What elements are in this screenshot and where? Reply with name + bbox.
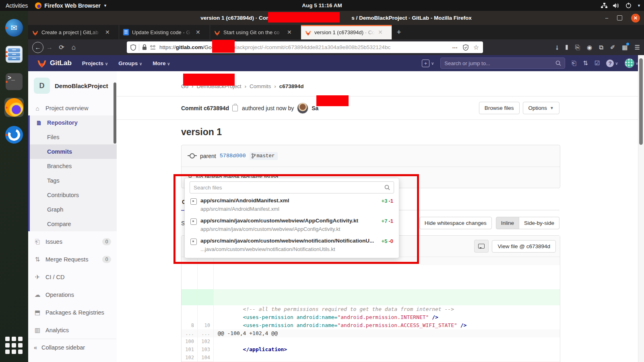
browser-tab[interactable]: Create a project | GitLab✕ <box>28 25 119 39</box>
gitlab-logo[interactable]: GitLab <box>37 59 72 68</box>
new-tab-button[interactable]: + <box>392 25 406 39</box>
diff-line[interactable]: 102104 <box>182 354 560 362</box>
copy-icon[interactable] <box>232 105 238 111</box>
restore-button[interactable] <box>617 15 622 21</box>
minimize-button[interactable]: – <box>605 15 608 21</box>
home-button[interactable]: ⌂ <box>68 43 80 51</box>
issues-nav-icon[interactable]: ⎗ <box>572 60 576 67</box>
diff-line[interactable]: <uses-permission android:name="android.p… <box>182 313 560 321</box>
dock-files[interactable] <box>4 45 24 64</box>
diff-line[interactable]: 810 <uses-permission android:name="andro… <box>182 321 560 329</box>
project-header[interactable]: D DemoBlackProject <box>28 71 117 101</box>
sidebar-item-repository[interactable]: 🗎 Repository <box>30 115 117 130</box>
browse-files-button[interactable]: Browse files <box>479 102 520 114</box>
old-line-number <box>182 313 198 321</box>
dock-mattermost[interactable] <box>4 125 24 144</box>
author-avatar[interactable] <box>297 103 308 114</box>
inline-view-button[interactable]: Inline <box>496 217 519 229</box>
show-apps-icon[interactable] <box>5 337 23 354</box>
sidebar-toggle-icon[interactable]: ⎘ <box>575 44 580 51</box>
sidebar-item-graph[interactable]: Graph <box>30 202 117 217</box>
branch-badge[interactable]: master <box>250 152 278 160</box>
close-button[interactable]: ✕ <box>631 14 640 23</box>
clock[interactable]: Aug 5 11:16 AM <box>0 2 644 8</box>
sidebar-item-files[interactable]: Files <box>30 130 117 144</box>
back-button[interactable]: ← <box>32 42 43 53</box>
sidebar-item-merge-requests[interactable]: ⇅Merge Requests0 <box>28 252 117 267</box>
dock-firefox[interactable] <box>4 98 24 117</box>
dock-thunderbird[interactable]: ✉ <box>4 18 24 37</box>
account-icon[interactable]: ◉ <box>587 44 592 51</box>
diff-line[interactable]: ......@@ -100,4 +102,4 @@ <box>182 329 560 337</box>
diff-line[interactable] <box>182 273 560 281</box>
sidebar-item-operations[interactable]: ☁Operations <box>28 288 117 302</box>
toggle-comments-button[interactable] <box>474 240 489 253</box>
extensions-icon[interactable]: ▦ <box>622 44 627 51</box>
diff-line-code <box>214 281 560 289</box>
browser-tab[interactable]: Update Existing code - G✕ <box>119 25 210 39</box>
sidebar-item-analytics[interactable]: ▥Analytics <box>28 323 117 337</box>
diff-line[interactable] <box>182 289 560 297</box>
diff-line[interactable] <box>182 265 560 273</box>
diff-line[interactable] <box>182 281 560 289</box>
url-bar[interactable]: https://gitlab.com/Goce/demoblackproject… <box>127 41 483 53</box>
old-line-number: 100 <box>182 337 198 346</box>
download-icon[interactable]: ⭣ <box>556 44 559 51</box>
side-by-side-button[interactable]: Side-by-side <box>519 217 559 229</box>
sidebar-item-tags[interactable]: Tags <box>30 173 117 188</box>
dock-terminal[interactable]: >_ <box>4 72 24 91</box>
network-icon[interactable] <box>601 3 607 8</box>
help-menu[interactable]: ?∨ <box>606 60 618 67</box>
page-scrollbar[interactable] <box>638 55 644 362</box>
sidebar-item-branches[interactable]: Branches <box>30 159 117 173</box>
parent-sha-link[interactable]: 5788d000 <box>220 153 246 159</box>
diff-line[interactable] <box>182 297 560 305</box>
reload-button[interactable]: ⟳ <box>56 43 68 51</box>
tab-close-icon[interactable]: ✕ <box>105 29 110 35</box>
nav-more[interactable]: More ∨ <box>153 60 170 66</box>
scrollbar-thumb[interactable] <box>639 58 643 145</box>
breadcrumb-link[interactable]: Commits <box>250 83 271 89</box>
browser-tab[interactable]: version 1 (c673894d) · Co✕ <box>301 25 392 39</box>
screenshot-icon[interactable]: ⧉ <box>599 44 603 51</box>
sidebar-scrollbar[interactable] <box>114 82 116 144</box>
forward-button[interactable]: → <box>43 44 56 51</box>
collapse-sidebar-button[interactable]: « Collapse sidebar <box>28 339 116 356</box>
merge-requests-nav-icon[interactable]: ⇅ <box>583 60 588 67</box>
tab-close-icon[interactable]: ✕ <box>378 29 383 35</box>
gitlab-brand-label: GitLab <box>50 59 72 67</box>
sidebar-item-commits[interactable]: Commits <box>30 144 117 159</box>
bookmark-star-icon[interactable]: ☆ <box>473 43 479 51</box>
power-icon[interactable] <box>625 2 632 8</box>
nav-groups[interactable]: Groups ∨ <box>118 60 142 66</box>
diff-line[interactable]: 101103 </application> <box>182 346 560 354</box>
page-actions-icon[interactable]: ⋯ <box>452 44 458 51</box>
library-icon[interactable]: ⫴ <box>566 44 568 51</box>
menu-icon[interactable]: ☰ <box>635 44 640 51</box>
options-button[interactable]: Options▼ <box>523 102 559 114</box>
user-menu[interactable]: ∨ <box>625 58 638 68</box>
hide-whitespace-button[interactable]: Hide whitespace changes <box>419 217 492 229</box>
permissions-icon[interactable] <box>150 45 156 50</box>
eyedropper-icon[interactable]: ✐ <box>610 44 615 51</box>
todos-nav-icon[interactable]: ☑ <box>594 60 600 67</box>
sidebar-item-packages-registries[interactable]: ⬒Packages & Registries <box>28 305 117 320</box>
tracking-shield-icon[interactable] <box>130 44 136 51</box>
sidebar-item-project-overview[interactable]: ⌂ Project overview <box>28 101 117 115</box>
tab-close-icon[interactable]: ✕ <box>287 29 292 35</box>
browser-tab[interactable]: Start using Git on the co✕ <box>210 25 301 39</box>
nav-projects[interactable]: Projects ∨ <box>82 60 108 66</box>
volume-icon[interactable] <box>613 3 620 8</box>
sidebar-item-ci-cd[interactable]: ✈CI / CD <box>28 270 117 284</box>
new-menu[interactable]: +∨ <box>422 60 434 67</box>
diff-line[interactable]: 100102 <box>182 337 560 346</box>
sidebar-item-contributors[interactable]: Contributors <box>30 188 117 202</box>
tab-close-icon[interactable]: ✕ <box>196 29 200 35</box>
sidebar-item-compare[interactable]: Compare <box>30 217 117 231</box>
chevron-down-icon[interactable]: ▼ <box>637 4 641 8</box>
sidebar-item-issues[interactable]: ⎗Issues0 <box>28 234 117 249</box>
search-input[interactable]: Search or jump to... <box>440 58 565 69</box>
shield-check-icon[interactable] <box>463 44 469 51</box>
view-file-button[interactable]: View file @ c673894d <box>492 240 556 253</box>
diff-line[interactable]: <!-- all the permissions required to get… <box>182 305 560 313</box>
